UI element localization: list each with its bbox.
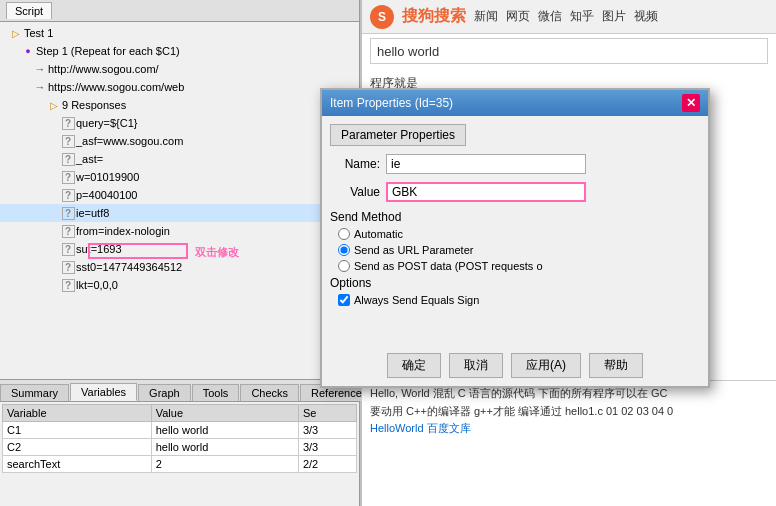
tree-label-param6: ie=utf8 [76,207,109,219]
tab-summary[interactable]: Summary [0,384,69,401]
tree-item-param9[interactable]: ?sst0=1477449364512 [0,258,359,276]
tree-item-param4[interactable]: ?w=01019900 [0,168,359,186]
nav-links: 新闻网页微信知乎图片视频 [474,8,658,25]
cell-count: 3/3 [298,422,356,439]
tree-label-test1: Test 1 [24,27,53,39]
tree-item-step1[interactable]: ●Step 1 (Repeat for each $C1) [0,42,359,60]
options-label: Options [330,276,700,290]
cell-variable: searchText [3,456,152,473]
bottom-tabs-panel: SummaryVariablesGraphToolsChecksReferenc… [0,380,360,506]
table-row[interactable]: searchText22/2 [3,456,357,473]
tree-item-param3[interactable]: ?_ast= [0,150,359,168]
radio-option-2[interactable] [338,260,350,272]
highlight-label: 双击修改 [195,245,239,260]
tree-icon-param2: ? [60,133,76,149]
tree-icon-url1: → [32,61,48,77]
tab-tools[interactable]: Tools [192,384,240,401]
script-tab[interactable]: Script [6,2,52,19]
tree-item-param1[interactable]: ?query=${C1} [0,114,359,132]
radio-option-0[interactable] [338,228,350,240]
tree-item-url2[interactable]: →https://www.sogou.com/web [0,78,359,96]
cell-variable: C2 [3,439,152,456]
table-row[interactable]: C1hello world3/3 [3,422,357,439]
tree-icon-responses: ▷ [46,97,62,113]
send-method-label: Send Method [330,210,700,224]
name-label: Name: [330,157,380,171]
cell-variable: C1 [3,422,152,439]
tree-area[interactable]: ▷Test 1●Step 1 (Repeat for each $C1)→htt… [0,22,359,352]
col-header-variable: Variable [3,405,152,422]
dialog-footer: 确定 取消 应用(A) 帮助 [322,353,708,378]
table-row[interactable]: C2hello world3/3 [3,439,357,456]
radio-options: AutomaticSend as URL ParameterSend as PO… [330,228,700,272]
browser-bar: S 搜狗搜索 新闻网页微信知乎图片视频 [362,0,776,34]
cancel-button[interactable]: 取消 [449,353,503,378]
tree-item-responses[interactable]: ▷9 Responses [0,96,359,114]
tree-icon-step1: ● [20,43,36,59]
tree-icon-param9: ? [60,259,76,275]
radio-label-2: Send as POST data (POST requests o [354,260,543,272]
tree-item-test1[interactable]: ▷Test 1 [0,24,359,42]
search-bar[interactable]: hello world [370,38,768,64]
bottom-right-panel: Hello, World 混乱 C 语言的源代码 下面的所有程序可以在 GC 要… [362,380,776,506]
script-tab-header: Script [0,0,359,22]
tree-label-param2: _asf=www.sogou.com [76,135,183,147]
radio-row-2: Send as POST data (POST requests o [338,260,700,272]
tree-icon-url2: → [32,79,48,95]
tree-label-param5: p=40040100 [76,189,137,201]
tree-icon-param1: ? [60,115,76,131]
nav-link-微信[interactable]: 微信 [538,8,562,25]
tree-item-param8[interactable]: ?sut=1693 [0,240,359,258]
cell-value: hello world [151,439,298,456]
tree-icon-test1: ▷ [8,25,24,41]
tree-item-param7[interactable]: ?from=index-nologin [0,222,359,240]
tree-label-param3: _ast= [76,153,103,165]
dialog-titlebar: Item Properties (Id=35) ✕ [322,90,708,116]
value-input[interactable] [386,182,586,202]
cell-count: 2/2 [298,456,356,473]
tree-label-param9: sst0=1477449364512 [76,261,182,273]
tree-label-url2: https://www.sogou.com/web [48,81,184,93]
always-send-equals-checkbox[interactable] [338,294,350,306]
nav-link-网页[interactable]: 网页 [506,8,530,25]
name-input[interactable] [386,154,586,174]
tree-icon-param7: ? [60,223,76,239]
col-header-value: Value [151,405,298,422]
nav-link-新闻[interactable]: 新闻 [474,8,498,25]
tree-label-url1: http://www.sogou.com/ [48,63,159,75]
item-properties-dialog: Item Properties (Id=35) ✕ Parameter Prop… [320,88,710,388]
tree-icon-param3: ? [60,151,76,167]
tree-icon-param4: ? [60,169,76,185]
tree-item-param6[interactable]: ?ie=utf8 [0,204,359,222]
tree-label-param8: sut=1693 [76,243,122,255]
tree-label-param10: lkt=0,0,0 [76,279,118,291]
tree-label-param1: query=${C1} [76,117,137,129]
tree-item-param5[interactable]: ?p=40040100 [0,186,359,204]
dialog-title: Item Properties (Id=35) [330,96,453,110]
dialog-close-button[interactable]: ✕ [682,94,700,112]
help-button[interactable]: 帮助 [589,353,643,378]
tree-icon-param8: ? [60,241,76,257]
hello-world-link[interactable]: HelloWorld 百度文库 [370,422,471,434]
radio-label-1: Send as URL Parameter [354,244,473,256]
cell-value: hello world [151,422,298,439]
tab-variables[interactable]: Variables [70,383,137,401]
tree-item-param10[interactable]: ?lkt=0,0,0 [0,276,359,294]
tree-icon-param5: ? [60,187,76,203]
parameter-properties-tab[interactable]: Parameter Properties [330,124,466,146]
tree-item-url1[interactable]: →http://www.sogou.com/ [0,60,359,78]
radio-label-0: Automatic [354,228,403,240]
nav-link-图片[interactable]: 图片 [602,8,626,25]
radio-option-1[interactable] [338,244,350,256]
radio-row-0: Automatic [338,228,700,240]
apply-button[interactable]: 应用(A) [511,353,581,378]
nav-link-知乎[interactable]: 知乎 [570,8,594,25]
nav-link-视频[interactable]: 视频 [634,8,658,25]
tree-item-param2[interactable]: ?_asf=www.sogou.com [0,132,359,150]
bottom-right-content: Hello, World 混乱 C 语言的源代码 下面的所有程序可以在 GC 要… [362,381,776,442]
tab-graph[interactable]: Graph [138,384,191,401]
ok-button[interactable]: 确定 [387,353,441,378]
value-row: Value [330,182,700,202]
sogou-logo-icon: S [370,5,394,29]
tab-checks[interactable]: Checks [240,384,299,401]
